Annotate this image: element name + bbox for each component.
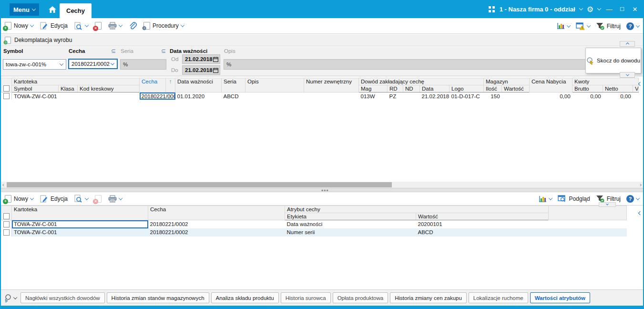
new-button-lower[interactable]: + Nowy	[5, 195, 33, 203]
cell-etykieta[interactable]: Numer serii	[285, 228, 416, 237]
decompletation-link[interactable]: Dekomplatacja wyrobu	[14, 37, 72, 43]
header-cecha[interactable]: Cecha	[140, 78, 166, 93]
cell-seria[interactable]: ABCD	[222, 93, 245, 100]
header-cena-nabycia[interactable]: Cena Nabycia	[530, 78, 572, 93]
header-opis[interactable]: Opis	[245, 78, 304, 93]
select-all-checkbox[interactable]	[3, 85, 10, 92]
preview-button[interactable]: Podgląd	[558, 195, 590, 203]
header-brutto[interactable]: Brutto	[572, 85, 603, 93]
row-checkbox[interactable]	[3, 221, 10, 227]
header-seria[interactable]: Seria	[222, 78, 245, 93]
header-kwoty-group[interactable]: Kwoty	[572, 78, 639, 85]
cell-data[interactable]: 21.02.2018	[420, 93, 450, 100]
cell-wartosc[interactable]: ABCD	[416, 228, 549, 237]
cell-netto[interactable]: 0,00	[603, 93, 633, 100]
table-row[interactable]: TOWA-ZW-C-001 20180221/0002 01.01.2020 A…	[1, 93, 639, 100]
cell-logo[interactable]: 01-D-017-C	[450, 93, 484, 100]
header-ilosc[interactable]: Ilość	[484, 85, 502, 93]
header-numer-zewnetrzny[interactable]: Numer zewnętrzny	[304, 78, 359, 93]
table-row[interactable]: TOWA-ZW-C-001 20180221/0002 Data ważnośc…	[1, 220, 627, 228]
select-all-checkbox-cell[interactable]	[1, 206, 12, 220]
tab-lokalizacje-ruchome[interactable]: Lokalizacje ruchome	[469, 292, 528, 303]
maximize-button[interactable]: ☐	[618, 6, 626, 12]
attachments-button[interactable]	[129, 22, 137, 30]
settings-gear-icon[interactable]: ⚙	[587, 5, 593, 14]
filter-condition-icon[interactable]: ⊆	[161, 48, 166, 54]
tab-analiza-skladu[interactable]: Analiza składu produktu	[211, 292, 279, 303]
tab-historia-stanow[interactable]: Historia zmian stanów magazynowych	[107, 292, 209, 303]
cell-cecha[interactable]: 20180221/0002	[148, 228, 285, 237]
header-etykieta[interactable]: Etykieta	[285, 213, 416, 220]
cell-opis[interactable]	[245, 93, 304, 100]
cell-brutto[interactable]: 0,00	[572, 93, 603, 100]
cell-kartoteka-selected[interactable]: TOWA-ZW-C-001	[12, 220, 148, 228]
tab-wartosci-atrybutow[interactable]: Wartości atrybutów	[530, 292, 590, 303]
home-button[interactable]	[46, 4, 59, 15]
help-button-lower[interactable]: ?	[626, 195, 639, 203]
cell-ilosc[interactable]: 150	[484, 93, 502, 100]
cell-nd[interactable]	[403, 93, 420, 100]
tab-historia-surowca[interactable]: Historia surowca	[281, 292, 331, 303]
collapse-up-button[interactable]	[620, 41, 635, 47]
locate-button[interactable]	[4, 294, 17, 302]
scroll-columns-left-button[interactable]	[637, 79, 644, 89]
header-data-waznosci[interactable]: Data ważności	[175, 78, 222, 93]
scroll-right-button[interactable]	[637, 182, 643, 188]
do-date-field[interactable]: 21.02.2018	[182, 65, 220, 75]
header-kartoteka[interactable]: Kartoteka	[12, 206, 148, 220]
pane-splitter[interactable]: •••	[1, 188, 643, 192]
chart-button[interactable]	[557, 22, 570, 30]
collapse-grid-button[interactable]	[599, 202, 616, 207]
header-symbol[interactable]: Symbol	[12, 85, 59, 93]
cell-cecha[interactable]: 20180221/0002	[148, 220, 285, 228]
delete-button-lower[interactable]: ×	[95, 195, 102, 203]
window-alert-button[interactable]: !	[576, 22, 590, 30]
seria-filter-field[interactable]: %	[120, 59, 166, 70]
edit-button-lower[interactable]: Edycja	[40, 195, 68, 203]
opis-filter-field[interactable]: %	[224, 59, 640, 70]
new-button[interactable]: + Nowy	[5, 22, 33, 30]
tab-naglowki-dowodow[interactable]: Nagłówki wszystkich dowodów	[20, 292, 105, 303]
cell-wartosc[interactable]: 20200101	[416, 220, 549, 228]
cell-klasa[interactable]	[59, 93, 78, 100]
row-checkbox-cell[interactable]	[1, 93, 12, 100]
cell-mag[interactable]: 013W	[359, 93, 388, 100]
tab-historia-cen-zakupu[interactable]: Historia zmiany cen zakupu	[390, 292, 467, 303]
cell-kartoteka[interactable]: TOWA-ZW-C-001	[12, 228, 148, 237]
collapse-down-button[interactable]	[620, 72, 635, 78]
header-wartosc[interactable]: Wartość	[416, 213, 549, 220]
cell-cena-nabycia[interactable]: 0,00	[530, 93, 572, 100]
header-logo[interactable]: Logo	[450, 85, 484, 93]
od-date-field[interactable]: 21.02.2018	[182, 54, 220, 64]
header-atrybut-cechy-group[interactable]: Atrybut cechy	[285, 206, 549, 213]
header-nd[interactable]: ND	[403, 85, 420, 93]
header-cecha[interactable]: Cecha	[148, 206, 285, 220]
filter-button[interactable]: Filtruj	[596, 22, 621, 30]
header-rd[interactable]: RD	[388, 85, 403, 93]
cecha-filter-combo[interactable]: 20180221/0002	[68, 59, 118, 69]
header-kod-kreskowy[interactable]: Kod kreskowy	[78, 85, 140, 93]
row-checkbox-cell[interactable]	[1, 220, 12, 228]
company-selector[interactable]: 1 - Nasza firma 0 - oddział	[500, 6, 575, 13]
header-kartoteka-group[interactable]: Kartoteka	[12, 78, 140, 85]
cell-data-waznosci[interactable]: 01.01.2020	[175, 93, 222, 100]
cell-rd[interactable]: PZ	[388, 93, 403, 100]
row-checkbox[interactable]	[3, 229, 10, 236]
cell-v[interactable]	[633, 93, 639, 100]
row-checkbox[interactable]	[3, 93, 10, 99]
apps-grid-icon[interactable]	[488, 6, 495, 13]
sort-ascending-icon[interactable]: ↑	[166, 78, 175, 93]
cell-symbol[interactable]: TOWA-ZW-C-001	[12, 93, 59, 100]
tab-cechy[interactable]: Cechy	[60, 3, 92, 18]
procedures-button[interactable]: ⚙ Procedury	[143, 22, 184, 30]
chevron-down-icon[interactable]	[597, 6, 601, 10]
preview-document-button[interactable]	[74, 22, 88, 30]
chevron-down-icon[interactable]	[579, 6, 583, 10]
header-magazyn-group[interactable]: Magazyn	[484, 78, 530, 85]
filter-button-lower[interactable]: Filtruj	[596, 195, 621, 203]
header-dowod-group[interactable]: Dowód zakładający cechę	[359, 78, 484, 85]
close-button[interactable]: ✕	[631, 6, 639, 13]
row-checkbox-cell[interactable]	[1, 228, 12, 237]
table-row[interactable]: TOWA-ZW-C-001 20180221/0002 Numer serii …	[1, 228, 627, 237]
cell-numer-zewnetrzny[interactable]	[304, 93, 359, 100]
